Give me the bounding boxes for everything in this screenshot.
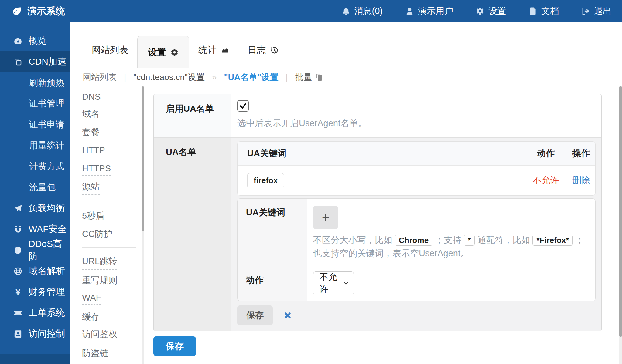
copy-icon xyxy=(315,73,323,81)
submenu-item-cc[interactable]: CC防护 xyxy=(82,225,142,243)
submenu-label: 重写规则 xyxy=(82,275,117,287)
submenu-label: 套餐 xyxy=(82,126,100,140)
gear-icon xyxy=(170,48,179,56)
submenu-item-http[interactable]: HTTP xyxy=(82,142,142,160)
submenu-item-hotlink[interactable]: 防盗链 xyxy=(82,344,142,362)
sidebar-item-label: 工单系统 xyxy=(29,307,65,319)
submenu-label: DNS xyxy=(82,92,101,102)
delete-link[interactable]: 删除 xyxy=(567,166,595,195)
column-header-operation: 操作 xyxy=(567,142,595,165)
file-icon xyxy=(528,7,537,15)
submenu-scrollbar[interactable] xyxy=(142,86,144,364)
tab-label: 设置 xyxy=(148,46,166,59)
submenu-item-plan[interactable]: 套餐 xyxy=(82,124,142,142)
breadcrumb-separator: | xyxy=(124,72,126,82)
submenu-divider xyxy=(82,201,136,201)
form-row-enable: 启用UA名单 选中后表示开启UserAgent名单。 xyxy=(154,94,601,138)
submenu-label: 访问鉴权 xyxy=(82,328,117,342)
tab-bar: 网站列表 设置 统计 日志 xyxy=(70,22,622,68)
check-icon xyxy=(239,102,247,110)
sidebar-item-label: DDoS高防 xyxy=(29,238,70,263)
editor-save-button[interactable]: 保存 xyxy=(237,305,273,325)
window-scrollbar-thumb[interactable] xyxy=(619,86,622,337)
sidebar-item-label: 概览 xyxy=(29,35,47,47)
enable-ua-hint: 选中后表示开启UserAgent名单。 xyxy=(237,117,601,130)
submenu-scrollbar-thumb[interactable] xyxy=(142,86,144,231)
keyword-hint: 不区分大小写，比如Chrome；支持*通配符，比如*Firefox*；也支持空的… xyxy=(313,234,585,260)
bell-icon xyxy=(342,7,350,15)
topbar-item-settings[interactable]: 设置 xyxy=(476,5,506,17)
close-icon[interactable] xyxy=(284,312,292,319)
submenu-item-waf[interactable]: WAF xyxy=(82,290,142,308)
topbar-item-messages[interactable]: 消息(0) xyxy=(342,5,383,17)
editor-action-label: 动作 xyxy=(238,266,307,301)
sidebar-item-label: 负载均衡 xyxy=(29,202,65,214)
ticket-icon xyxy=(13,308,22,318)
sidebar-item-load-balance[interactable]: 负载均衡 xyxy=(0,198,70,219)
sidebar-item-access-control[interactable]: 访问控制 xyxy=(0,323,70,344)
hint-text: 通配符，比如 xyxy=(477,235,530,245)
submenu-label: HTTP xyxy=(82,145,105,157)
sidebar-item-waf[interactable]: WAF安全 xyxy=(0,219,70,240)
sidebar-sub-cert-apply[interactable]: 证书申请 xyxy=(0,114,70,135)
submenu-divider xyxy=(82,247,136,248)
sidebar-sub-billing[interactable]: 计费方式 xyxy=(0,156,70,177)
topbar-item-logout[interactable]: 退出 xyxy=(581,5,612,17)
submenu-item-cache[interactable]: 缓存 xyxy=(82,308,142,326)
submenu-item-dns[interactable]: DNS xyxy=(82,88,142,106)
sidebar-item-dns-resolve[interactable]: 域名解析 xyxy=(0,261,70,281)
brand-label: 演示系统 xyxy=(27,5,65,18)
table-row: firefox 不允许 删除 xyxy=(238,166,595,195)
tab-label: 日志 xyxy=(248,44,266,56)
submenu-label: WAF xyxy=(82,293,101,305)
sidebar-sub-cert-manage[interactable]: 证书管理 xyxy=(0,93,70,114)
ua-keywords-table: UA关键词 动作 操作 firefox 不允许 删除 xyxy=(237,141,596,196)
tab-site-list[interactable]: 网站列表 xyxy=(83,44,137,68)
submenu-item-auth[interactable]: 访问鉴权 xyxy=(82,326,142,344)
submenu-item-origin[interactable]: 源站 xyxy=(82,179,142,197)
breadcrumb-current[interactable]: "UA名单"设置 xyxy=(224,72,279,83)
ua-list-label: UA名单 xyxy=(154,138,231,331)
topbar-item-label: 演示用户 xyxy=(418,5,453,17)
breadcrumb-batch[interactable]: 批量 xyxy=(295,72,323,83)
add-keyword-button[interactable]: + xyxy=(313,206,338,229)
submenu-item-https[interactable]: HTTPS xyxy=(82,160,142,179)
brand[interactable]: 演示系统 xyxy=(0,5,65,18)
tab-stats[interactable]: 统计 xyxy=(189,44,238,68)
sidebar-sub-refresh[interactable]: 刷新预热 xyxy=(0,72,70,93)
breadcrumb-separator: | xyxy=(286,72,288,82)
topbar-item-user[interactable]: 演示用户 xyxy=(405,5,453,17)
sidebar-item-tickets[interactable]: 工单系统 xyxy=(0,302,70,323)
hint-text: ；支持 xyxy=(435,235,461,245)
submenu-item-url-redirect[interactable]: URL跳转 xyxy=(82,253,142,271)
topbar-item-label: 设置 xyxy=(488,5,506,17)
address-book-icon xyxy=(13,329,22,339)
form-panel: 启用UA名单 选中后表示开启UserAgent名单。 UA名单 xyxy=(153,94,602,331)
sidebar-item-overview[interactable]: 概览 xyxy=(0,30,70,51)
sidebar-item-cdn[interactable]: CDN加速 xyxy=(0,51,70,72)
sidebar-sub-label: 流量包 xyxy=(29,181,56,194)
save-button[interactable]: 保存 xyxy=(153,336,196,356)
tab-settings[interactable]: 设置 xyxy=(137,36,189,68)
shield-icon xyxy=(13,246,22,255)
window-scrollbar[interactable] xyxy=(619,86,622,364)
breadcrumb-site-list[interactable]: 网站列表 xyxy=(83,72,117,83)
sidebar-sub-label: 计费方式 xyxy=(29,160,64,173)
sidebar-item-ddos[interactable]: DDoS高防 xyxy=(0,240,70,261)
sidebar-footer-strip xyxy=(0,354,70,364)
sidebar-item-finance[interactable]: ¥ 财务管理 xyxy=(0,281,70,302)
column-header-action: 动作 xyxy=(525,142,567,165)
keyword-tag: firefox xyxy=(247,173,284,188)
sidebar-sub-label: 用量统计 xyxy=(29,140,64,152)
action-select[interactable]: 不允许 xyxy=(313,271,354,295)
topbar-item-docs[interactable]: 文档 xyxy=(528,5,559,17)
enable-ua-checkbox[interactable] xyxy=(237,100,249,112)
submenu-item-5s-shield[interactable]: 5秒盾 xyxy=(82,207,142,225)
table-header-row: UA关键词 动作 操作 xyxy=(238,142,595,166)
breadcrumb-site-settings[interactable]: "cdn.teaos.cn"设置 xyxy=(133,72,205,83)
submenu-item-rewrite[interactable]: 重写规则 xyxy=(82,271,142,290)
sidebar-sub-usage[interactable]: 用量统计 xyxy=(0,135,70,156)
tab-logs[interactable]: 日志 xyxy=(238,44,288,68)
sidebar-sub-traffic-pack[interactable]: 流量包 xyxy=(0,177,70,198)
submenu-item-domain[interactable]: 域名 xyxy=(82,106,142,124)
